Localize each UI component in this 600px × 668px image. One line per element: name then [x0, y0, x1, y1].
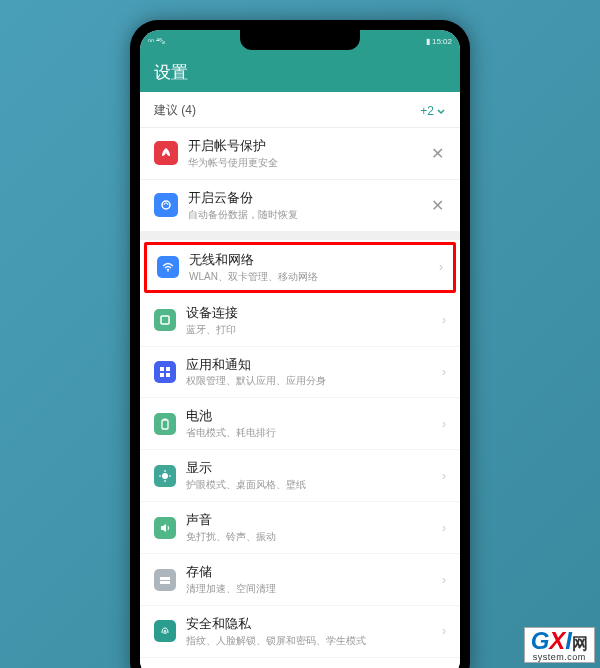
setting-title: 设备连接 [186, 305, 432, 322]
svg-rect-11 [160, 581, 170, 584]
suggestions-label: 建议 (4) [154, 102, 196, 119]
svg-rect-5 [160, 373, 164, 377]
settings-content[interactable]: 建议 (4) +2 开启帐号保护 华为帐号使用更安全 ✕ [140, 92, 460, 668]
setting-text: 安全和隐私 指纹、人脸解锁、锁屏和密码、学生模式 [186, 616, 432, 647]
setting-text: 电池 省电模式、耗电排行 [186, 408, 432, 439]
setting-storage[interactable]: 存储 清理加速、空间清理 › [140, 554, 460, 606]
setting-sub: 指纹、人脸解锁、锁屏和密码、学生模式 [186, 634, 432, 647]
close-icon[interactable]: ✕ [429, 144, 446, 163]
setting-text: 声音 免打扰、铃声、振动 [186, 512, 432, 543]
setting-sub: 免打扰、铃声、振动 [186, 530, 432, 543]
chevron-right-icon: › [442, 624, 446, 638]
page-title: 设置 [154, 61, 188, 84]
status-signal: ⁿⁿ ⁴⁶ᵢₗₗ [148, 37, 165, 46]
setting-title: 安全和隐私 [186, 616, 432, 633]
svg-rect-8 [164, 418, 167, 420]
section-divider [140, 232, 460, 240]
setting-title: 显示 [186, 460, 432, 477]
suggestion-text: 开启云备份 自动备份数据，随时恢复 [188, 190, 419, 221]
huawei-icon [154, 141, 178, 165]
suggestion-text: 开启帐号保护 华为帐号使用更安全 [188, 138, 419, 169]
suggestion-sub: 华为帐号使用更安全 [188, 156, 419, 169]
setting-sub: 护眼模式、桌面风格、壁纸 [186, 478, 432, 491]
setting-sub: 清理加速、空间清理 [186, 582, 432, 595]
setting-display[interactable]: 显示 护眼模式、桌面风格、壁纸 › [140, 450, 460, 502]
setting-sub: 蓝牙、打印 [186, 323, 432, 336]
app-header: 设置 [140, 52, 460, 92]
setting-sound[interactable]: 声音 免打扰、铃声、振动 › [140, 502, 460, 554]
svg-point-9 [162, 473, 168, 479]
setting-sub: 权限管理、默认应用、应用分身 [186, 374, 432, 387]
chevron-right-icon: › [442, 469, 446, 483]
suggestion-sub: 自动备份数据，随时恢复 [188, 208, 419, 221]
setting-device-connect[interactable]: 设备连接 蓝牙、打印 › [140, 295, 460, 347]
setting-apps-notifications[interactable]: 应用和通知 权限管理、默认应用、应用分身 › [140, 347, 460, 399]
setting-security-privacy[interactable]: 安全和隐私 指纹、人脸解锁、锁屏和密码、学生模式 › [140, 606, 460, 658]
chevron-right-icon: › [442, 573, 446, 587]
setting-wireless-network[interactable]: 无线和网络 WLAN、双卡管理、移动网络 › [144, 242, 456, 293]
phone-frame: ⁿⁿ ⁴⁶ᵢₗₗ ▮ 15:02 设置 建议 (4) +2 开启帐号保护 华 [130, 20, 470, 668]
chevron-right-icon: › [442, 417, 446, 431]
chevron-down-icon [436, 106, 446, 116]
setting-battery[interactable]: 电池 省电模式、耗电排行 › [140, 398, 460, 450]
status-time: ▮ 15:02 [426, 37, 452, 46]
setting-title: 声音 [186, 512, 432, 529]
wifi-icon [157, 256, 179, 278]
suggestion-title: 开启帐号保护 [188, 138, 419, 155]
setting-title: 无线和网络 [189, 252, 429, 269]
svg-rect-4 [166, 367, 170, 371]
setting-text: 无线和网络 WLAN、双卡管理、移动网络 [189, 252, 429, 283]
setting-text: 显示 护眼模式、桌面风格、壁纸 [186, 460, 432, 491]
setting-title: 应用和通知 [186, 357, 432, 374]
setting-sub: 省电模式、耗电排行 [186, 426, 432, 439]
chevron-right-icon: › [442, 313, 446, 327]
svg-point-0 [162, 201, 170, 209]
apps-icon [154, 361, 176, 383]
display-icon [154, 465, 176, 487]
display-notch [240, 30, 360, 50]
svg-point-1 [167, 270, 169, 272]
suggestions-more[interactable]: +2 [420, 104, 446, 118]
suggestions-header[interactable]: 建议 (4) +2 [140, 92, 460, 128]
setting-sub: WLAN、双卡管理、移动网络 [189, 270, 429, 283]
chevron-right-icon: › [442, 365, 446, 379]
phone-screen: ⁿⁿ ⁴⁶ᵢₗₗ ▮ 15:02 设置 建议 (4) +2 开启帐号保护 华 [140, 30, 460, 668]
setting-text: 存储 清理加速、空间清理 [186, 564, 432, 595]
setting-title: 存储 [186, 564, 432, 581]
suggestion-title: 开启云备份 [188, 190, 419, 207]
svg-rect-10 [160, 577, 170, 580]
sound-icon [154, 517, 176, 539]
svg-rect-3 [160, 367, 164, 371]
watermark: GXI网 system.com [524, 627, 595, 663]
chevron-right-icon: › [439, 260, 443, 274]
setting-users-accounts[interactable]: 用户和帐户 多用户、云空间、帐户 › [140, 658, 460, 668]
setting-text: 应用和通知 权限管理、默认应用、应用分身 [186, 357, 432, 388]
setting-text: 设备连接 蓝牙、打印 [186, 305, 432, 336]
close-icon[interactable]: ✕ [429, 196, 446, 215]
svg-rect-6 [166, 373, 170, 377]
suggestion-cloud-backup[interactable]: 开启云备份 自动备份数据，随时恢复 ✕ [140, 180, 460, 232]
suggestion-account-protect[interactable]: 开启帐号保护 华为帐号使用更安全 ✕ [140, 128, 460, 180]
cloud-backup-icon [154, 193, 178, 217]
setting-title: 电池 [186, 408, 432, 425]
fingerprint-icon [154, 620, 176, 642]
svg-rect-7 [162, 420, 168, 429]
storage-icon [154, 569, 176, 591]
svg-rect-2 [161, 316, 169, 324]
chevron-right-icon: › [442, 521, 446, 535]
battery-icon [154, 413, 176, 435]
device-icon [154, 309, 176, 331]
